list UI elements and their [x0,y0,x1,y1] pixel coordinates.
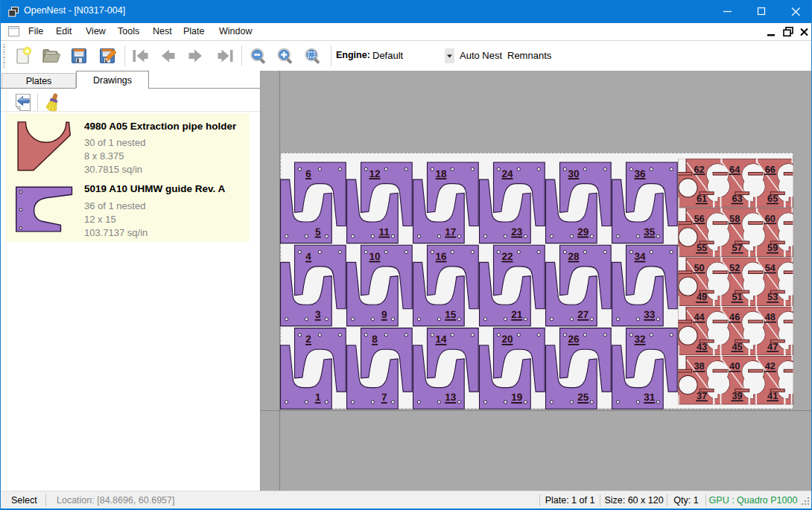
svg-text:38: 38 [694,360,704,372]
svg-text:45: 45 [732,341,742,352]
svg-text:2: 2 [305,334,311,345]
svg-text:34: 34 [634,251,646,262]
svg-text:19: 19 [511,392,522,403]
svg-text:31: 31 [644,392,656,403]
svg-text:18: 18 [435,168,447,179]
svg-text:1: 1 [315,392,321,403]
svg-text:59: 59 [767,242,778,253]
svg-text:30: 30 [568,168,579,179]
svg-text:50: 50 [694,262,704,273]
svg-text:49: 49 [697,291,707,302]
svg-text:64: 64 [729,164,740,175]
svg-text:29: 29 [577,226,589,238]
svg-text:53: 53 [767,291,778,302]
svg-text:39: 39 [732,390,742,401]
svg-text:65: 65 [767,193,778,204]
svg-text:28: 28 [568,251,580,262]
svg-text:60: 60 [765,213,775,224]
svg-text:41: 41 [767,390,778,401]
svg-text:10: 10 [369,251,380,262]
svg-text:43: 43 [697,341,707,352]
svg-text:15: 15 [445,309,457,320]
svg-text:42: 42 [765,360,775,372]
svg-text:3: 3 [315,309,321,320]
svg-text:22: 22 [501,251,513,262]
svg-text:13: 13 [445,392,457,403]
svg-text:36: 36 [634,168,646,179]
svg-text:27: 27 [577,309,589,320]
svg-text:11: 11 [379,226,390,238]
svg-text:48: 48 [765,311,775,322]
svg-text:52: 52 [729,262,740,273]
svg-text:40: 40 [729,360,740,372]
svg-text:4: 4 [305,251,311,262]
svg-text:58: 58 [729,213,740,224]
svg-text:8: 8 [372,334,378,345]
svg-text:46: 46 [729,311,740,322]
svg-text:25: 25 [577,392,589,403]
svg-text:21: 21 [511,309,523,320]
svg-text:7: 7 [381,392,387,403]
svg-text:20: 20 [501,334,513,345]
svg-text:12: 12 [369,168,380,179]
svg-text:9: 9 [381,309,387,320]
svg-text:5: 5 [315,226,321,238]
svg-text:55: 55 [697,242,707,253]
svg-text:63: 63 [732,193,742,204]
svg-text:24: 24 [501,168,513,179]
svg-text:14: 14 [435,334,447,345]
svg-text:33: 33 [644,309,656,320]
svg-text:6: 6 [305,168,311,179]
svg-text:61: 61 [697,193,707,204]
svg-text:35: 35 [644,226,656,238]
svg-text:23: 23 [511,226,523,238]
svg-text:17: 17 [445,226,456,238]
svg-text:37: 37 [697,390,707,401]
svg-text:16: 16 [435,251,447,262]
svg-text:26: 26 [568,334,580,345]
svg-text:44: 44 [694,311,705,322]
svg-text:62: 62 [694,164,704,175]
svg-text:32: 32 [634,334,645,345]
svg-text:47: 47 [767,341,778,352]
svg-text:57: 57 [732,242,742,253]
svg-text:66: 66 [765,164,775,175]
svg-text:51: 51 [732,291,742,302]
svg-text:54: 54 [765,262,776,273]
svg-text:56: 56 [694,213,704,224]
